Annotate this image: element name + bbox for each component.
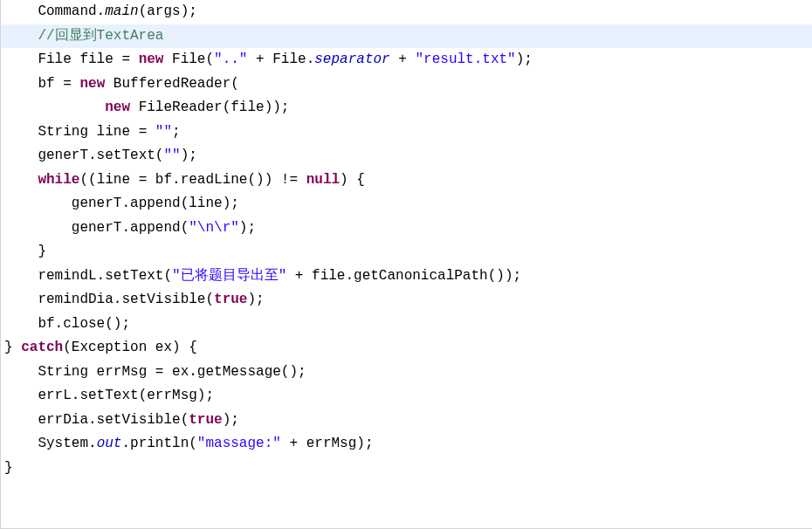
code-token: } (4, 340, 21, 355)
indent (4, 172, 38, 188)
code-line[interactable]: Command.main(args); (4, 0, 812, 24)
indent (4, 76, 38, 92)
indent (4, 100, 105, 115)
code-editor[interactable]: Command.main(args); //回显到TextArea File f… (1, 0, 812, 480)
code-token: bf.close(); (38, 316, 130, 332)
code-token: main (105, 3, 138, 19)
indent (4, 388, 38, 403)
code-line[interactable]: } catch(Exception ex) { (4, 336, 812, 361)
code-token: ; (172, 124, 181, 140)
code-token: FileReader(file)); (130, 100, 289, 115)
code-line[interactable]: generT.append("\n\r"); (4, 216, 812, 241)
code-token: (args); (139, 3, 197, 19)
code-token: + File. (247, 52, 314, 67)
indent (4, 52, 38, 67)
code-token: //回显到TextArea (38, 28, 163, 44)
code-token: new (105, 100, 130, 115)
code-line[interactable]: while((line = bf.readLine()) != null) { (4, 168, 812, 193)
code-token: generT.append( (72, 220, 189, 236)
code-line[interactable]: String line = ""; (4, 120, 812, 145)
code-token: errL.setText(errMsg); (38, 388, 214, 403)
code-token: ) { (340, 172, 365, 188)
code-line[interactable]: String errMsg = ex.getMessage(); (4, 361, 812, 385)
indent (4, 244, 38, 259)
code-token: + file.getCanonicalPath()); (286, 268, 521, 284)
code-token: "" (155, 124, 172, 140)
indent (4, 196, 72, 211)
code-token: ); (247, 292, 264, 307)
code-line[interactable]: remindL.setText("已将题目导出至" + file.getCano… (4, 264, 812, 289)
code-token: generT.append(line); (72, 196, 239, 211)
code-token: errDia.setVisible( (38, 412, 189, 428)
code-token: "result.txt" (416, 52, 516, 67)
code-token: generT.setText( (38, 148, 163, 163)
code-line[interactable]: //回显到TextArea (4, 24, 812, 49)
code-line[interactable]: errDia.setVisible(true); (4, 409, 812, 433)
code-token: + errMsg); (281, 436, 374, 451)
code-token: + (390, 52, 416, 67)
code-token: catch (21, 340, 63, 355)
code-token: ((line = bf.readLine()) != (79, 172, 306, 188)
indent (4, 292, 38, 307)
code-token: separator (314, 52, 389, 67)
code-token: (Exception ex) { (63, 340, 197, 355)
code-token: .println( (121, 436, 196, 451)
code-token: bf = (38, 76, 79, 92)
code-token: out (97, 436, 122, 451)
code-line[interactable]: generT.setText(""); (4, 144, 812, 168)
indent (4, 268, 38, 284)
code-line[interactable]: bf = new BufferedReader( (4, 72, 812, 97)
indent (4, 3, 38, 19)
indent (4, 220, 72, 236)
code-token: "\n\r" (189, 220, 239, 236)
code-line[interactable]: bf.close(); (4, 313, 812, 337)
code-line[interactable]: generT.append(line); (4, 192, 812, 216)
code-token: "" (163, 148, 180, 163)
code-line[interactable]: errL.setText(errMsg); (4, 384, 812, 409)
indent (4, 412, 38, 428)
indent (4, 436, 38, 451)
code-token: remindL.setText( (38, 268, 172, 284)
code-token: String errMsg = ex.getMessage(); (38, 364, 306, 380)
code-token: } (4, 460, 13, 476)
code-token: } (38, 244, 46, 259)
code-token: String line = (38, 124, 155, 140)
code-token: new (79, 76, 105, 92)
code-token: System. (38, 436, 96, 451)
code-token: "已将题目导出至" (172, 268, 286, 284)
code-token: true (189, 412, 222, 428)
code-token: Command. (38, 3, 105, 19)
code-line[interactable]: } (4, 457, 812, 481)
code-line[interactable]: remindDia.setVisible(true); (4, 288, 812, 313)
code-token: while (38, 172, 79, 188)
code-line[interactable]: File file = new File(".." + File.separat… (4, 48, 812, 72)
code-line[interactable]: } (4, 240, 812, 264)
indent (4, 28, 38, 44)
code-token: File( (163, 52, 214, 67)
code-token: ); (239, 220, 256, 236)
indent (4, 148, 38, 163)
code-line[interactable]: System.out.println("massage:" + errMsg); (4, 432, 812, 457)
code-token: BufferedReader( (105, 76, 239, 92)
code-token: ); (223, 412, 239, 428)
code-token: remindDia.setVisible( (38, 292, 214, 307)
code-token: new (139, 52, 164, 67)
code-token: ); (181, 148, 197, 163)
code-token: "massage:" (197, 436, 281, 451)
code-token: ".." (214, 52, 247, 67)
code-token: true (214, 292, 247, 307)
indent (4, 124, 38, 140)
indent (4, 364, 38, 380)
code-token: null (306, 172, 340, 188)
code-token: ); (516, 52, 533, 67)
code-token: File file = (38, 52, 138, 67)
indent (4, 316, 38, 332)
code-line[interactable]: new FileReader(file)); (4, 96, 812, 120)
